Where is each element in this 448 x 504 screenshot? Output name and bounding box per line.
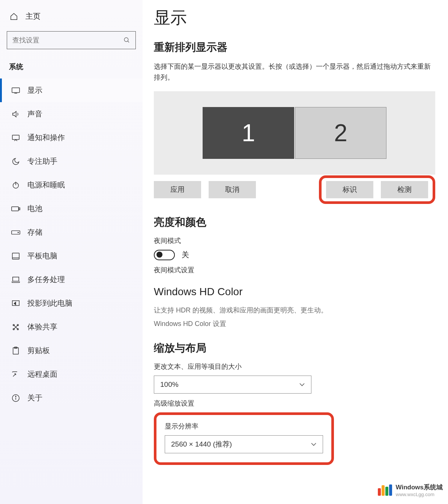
svg-rect-11	[12, 253, 19, 259]
page-title: 显示	[154, 7, 435, 29]
clipboard-icon	[11, 347, 21, 355]
cancel-button[interactable]: 取消	[209, 181, 256, 198]
watermark-title: Windows系统城	[396, 483, 443, 492]
sidebar-item-label: 存储	[27, 227, 42, 237]
resolution-select[interactable]: 2560 × 1440 (推荐)	[165, 435, 323, 453]
sidebar-item-about[interactable]: 关于	[0, 386, 143, 410]
about-icon	[11, 394, 21, 402]
sidebar-item-label: 电源和睡眠	[27, 180, 65, 190]
storage-icon	[11, 230, 21, 235]
sidebar-item-battery[interactable]: 电池	[0, 197, 143, 220]
remote-icon	[11, 371, 21, 378]
svg-rect-2	[12, 88, 20, 92]
sidebar-item-multitask[interactable]: 多任务处理	[0, 268, 143, 291]
sidebar-item-focus[interactable]: 专注助手	[0, 149, 143, 173]
sidebar-item-label: 关于	[27, 393, 42, 403]
sidebar-item-label: 平板电脑	[27, 251, 57, 261]
svg-line-1	[128, 41, 129, 42]
sidebar-item-label: 体验共享	[27, 322, 57, 332]
display-icon	[11, 87, 21, 94]
battery-icon	[11, 206, 21, 211]
night-mode-toggle[interactable]	[154, 250, 175, 260]
sidebar-item-remote[interactable]: 远程桌面	[0, 362, 143, 386]
search-input-wrapper[interactable]	[7, 31, 136, 49]
hdcolor-desc: 让支持 HDR 的视频、游戏和应用的画面更明亮、更生动。	[154, 305, 435, 316]
sidebar-item-tablet[interactable]: 平板电脑	[0, 244, 143, 268]
sidebar-item-label: 声音	[27, 109, 42, 119]
advanced-scale-link[interactable]: 高级缩放设置	[154, 399, 435, 408]
apply-button[interactable]: 应用	[154, 181, 201, 198]
search-icon	[123, 37, 130, 44]
sidebar-item-label: 多任务处理	[27, 275, 65, 285]
sound-icon	[11, 110, 21, 118]
home-label: 主页	[26, 11, 41, 21]
scale-size-label: 更改文本、应用等项目的大小	[154, 362, 435, 371]
sidebar-section-label: 系统	[0, 55, 143, 76]
svg-point-26	[15, 396, 16, 397]
resolution-value: 2560 × 1440 (推荐)	[171, 439, 232, 449]
svg-rect-13	[13, 277, 19, 281]
sidebar-item-shared[interactable]: 体验共享	[0, 315, 143, 339]
chevron-down-icon	[299, 383, 305, 386]
sidebar-item-storage[interactable]: 存储	[0, 220, 143, 244]
rearrange-desc: 选择下面的某一显示器以更改其设置。长按（或选择）一个显示器，然后通过拖动方式来重…	[154, 61, 435, 83]
scale-value: 100%	[160, 380, 179, 389]
sidebar-item-sound[interactable]: 声音	[0, 102, 143, 126]
night-mode-state: 关	[182, 250, 189, 260]
display-arranger[interactable]: 1 2	[154, 91, 435, 175]
svg-point-10	[18, 232, 19, 233]
monitor-2[interactable]: 2	[295, 107, 386, 159]
detect-button[interactable]: 检测	[381, 181, 428, 198]
sidebar-item-notifications[interactable]: 通知和操作	[0, 126, 143, 149]
notifications-icon	[11, 134, 21, 142]
night-mode-settings-link[interactable]: 夜间模式设置	[154, 266, 435, 275]
scale-select[interactable]: 100%	[154, 376, 311, 394]
brightness-title: 亮度和颜色	[154, 215, 435, 229]
tablet-icon	[11, 252, 21, 260]
rearrange-title: 重新排列显示器	[154, 40, 435, 54]
settings-sidebar: 主页 系统 显示 声音 通知和操作	[0, 0, 143, 504]
svg-rect-22	[13, 347, 19, 354]
svg-rect-7	[12, 207, 18, 211]
focus-icon	[11, 157, 21, 166]
monitor-1[interactable]: 1	[203, 107, 294, 159]
search-input[interactable]	[12, 36, 120, 44]
identify-button[interactable]: 标识	[326, 181, 373, 198]
watermark: Windows系统城 www.wxcLgg.com	[378, 483, 443, 497]
hdcolor-title: Windows HD Color	[154, 286, 435, 298]
sidebar-item-project[interactable]: 投影到此电脑	[0, 291, 143, 315]
shared-icon	[11, 323, 21, 331]
hdcolor-link[interactable]: Windows HD Color 设置	[154, 318, 435, 330]
power-icon	[11, 181, 21, 189]
sidebar-nav: 显示 声音 通知和操作 专注助手 电源和睡眠	[0, 78, 143, 410]
sidebar-item-label: 远程桌面	[27, 369, 57, 379]
sidebar-item-label: 剪贴板	[27, 346, 50, 356]
resolution-label: 显示分辨率	[165, 422, 323, 431]
svg-rect-4	[12, 135, 19, 139]
sidebar-item-clipboard[interactable]: 剪贴板	[0, 339, 143, 362]
identify-detect-highlight: 标识 检测	[319, 175, 435, 204]
chevron-down-icon	[311, 442, 317, 446]
main-content: 显示 重新排列显示器 选择下面的某一显示器以更改其设置。长按（或选择）一个显示器…	[143, 0, 448, 504]
home-icon	[9, 12, 19, 21]
sidebar-item-label: 通知和操作	[27, 133, 65, 143]
watermark-url: www.wxcLgg.com	[396, 492, 443, 497]
svg-point-0	[124, 38, 128, 42]
watermark-logo-icon	[378, 484, 393, 496]
sidebar-item-power[interactable]: 电源和睡眠	[0, 173, 143, 197]
sidebar-item-label: 电池	[27, 204, 42, 214]
sidebar-item-label: 投影到此电脑	[27, 298, 72, 308]
sidebar-item-display[interactable]: 显示	[0, 78, 143, 102]
resolution-highlight: 显示分辨率 2560 × 1440 (推荐)	[154, 412, 334, 465]
sidebar-item-label: 显示	[27, 85, 42, 95]
home-link[interactable]: 主页	[0, 8, 143, 25]
multitask-icon	[11, 276, 21, 284]
project-icon	[11, 300, 21, 307]
scale-title: 缩放与布局	[154, 341, 435, 355]
sidebar-item-label: 专注助手	[27, 156, 57, 166]
svg-rect-8	[19, 208, 20, 210]
night-mode-label: 夜间模式	[154, 236, 435, 245]
